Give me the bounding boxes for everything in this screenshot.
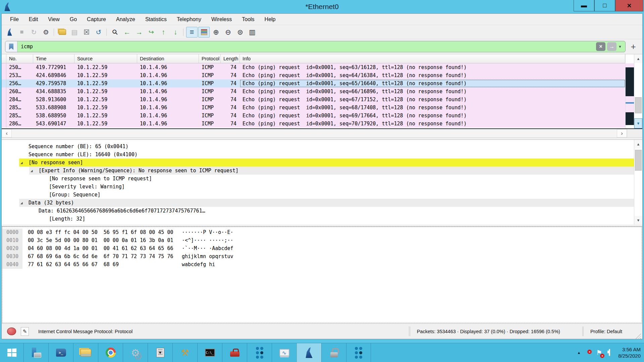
packet-row[interactable]: 260… 434.688835 10.1.22.59 10.1.4.96 ICM… [2, 87, 625, 96]
action-center-flag-icon[interactable]: ⚑ × [596, 349, 602, 357]
zoom-reset-icon[interactable]: ⊜ [234, 27, 246, 38]
hex-ascii[interactable]: wabcdefg hi [182, 261, 215, 269]
admin-tools-icon[interactable]: ⚒ [172, 343, 197, 362]
reload-file-icon[interactable]: ↺ [93, 27, 104, 38]
detail-tree-line[interactable]: ◢ Sequence number (BE): 65 (0x0041) [19, 142, 634, 150]
taskbar-clock[interactable]: 3:56 AM 8/25/2020 [618, 346, 641, 359]
hex-ascii[interactable]: ghijklmn opqrstuv [182, 253, 233, 261]
packet-row[interactable]: 256… 429.759578 10.1.22.59 10.1.4.96 ICM… [2, 79, 625, 87]
packet-list-minimap[interactable] [625, 54, 634, 128]
app-grid-icon[interactable] [247, 343, 272, 362]
detail-tree-line[interactable]: ◢ Data (32 bytes) [19, 199, 634, 207]
hex-bytes[interactable]: 77 61 62 63 64 65 66 67 68 69 [22, 261, 182, 269]
scroll-thumb[interactable] [635, 150, 642, 171]
filter-dropdown-icon[interactable]: ▼ [618, 45, 622, 49]
hex-bytes[interactable]: 04 60 08 00 4d 1a 00 01 00 41 61 62 63 6… [22, 245, 182, 253]
scroll-down-icon[interactable]: ▼ [634, 216, 642, 225]
menu-telephony[interactable]: Telephony [172, 15, 206, 24]
scroll-up-icon[interactable]: ▲ [634, 54, 642, 63]
zoom-in-icon[interactable]: ⊕ [210, 27, 222, 38]
packet-list-vertical-scrollbar[interactable]: ▲ ▼ [634, 54, 642, 128]
command-prompt-icon[interactable]: C:\_ [197, 343, 222, 362]
find-packet-icon[interactable]: ⚲ [107, 24, 123, 40]
go-last-packet-icon[interactable]: ↓ [170, 27, 181, 38]
col-protocol[interactable]: Protocol [199, 54, 221, 63]
winscp-icon[interactable] [321, 343, 346, 362]
tray-expand-icon[interactable]: ▲ [577, 351, 581, 355]
open-file-icon[interactable] [57, 27, 68, 38]
col-length[interactable]: Length [221, 54, 240, 63]
settings-gears-icon[interactable]: ⚙ [123, 343, 148, 362]
hex-bytes[interactable]: 00 3c 5e 5d 00 00 80 01 00 00 0a 01 16 3… [22, 237, 182, 245]
menu-help[interactable]: Help [260, 15, 281, 24]
menu-file[interactable]: File [5, 15, 24, 24]
menu-analyze[interactable]: Analyze [111, 15, 140, 24]
expand-icon[interactable]: ◢ [19, 201, 29, 205]
go-forward-icon[interactable]: → [133, 27, 145, 38]
go-back-icon[interactable]: ← [121, 27, 133, 38]
detail-tree-line[interactable]: ◢ [No response seen to ICMP request] [40, 175, 634, 183]
app-grid-icon-2[interactable] [346, 343, 371, 362]
start-capture-icon[interactable] [4, 27, 15, 38]
capture-options-icon[interactable]: ⚙ [40, 27, 52, 38]
detail-tree-line[interactable]: ◢ Sequence number (LE): 16640 (0x4100) [19, 150, 634, 159]
display-filter-input[interactable]: icmp × → ▼ [5, 41, 626, 52]
packet-list-horizontal-scrollbar[interactable]: ‹ › [2, 129, 642, 138]
hex-bytes[interactable]: 67 68 69 6a 6b 6c 6d 6e 6f 70 71 72 73 7… [22, 253, 182, 261]
menu-wireless[interactable]: Wireless [206, 15, 237, 24]
performance-monitor-icon[interactable]: ∿ [272, 343, 297, 362]
scroll-thumb[interactable] [635, 97, 642, 113]
scroll-up-icon[interactable]: ▲ [634, 140, 642, 148]
menu-view[interactable]: View [43, 15, 64, 24]
hex-ascii[interactable]: ·<^]···· ·····;·· [182, 237, 233, 245]
capture-comment-icon[interactable]: ✎ [21, 327, 29, 336]
close-file-icon[interactable]: ☒ [81, 27, 92, 38]
detail-tree-line[interactable]: ◢ [Group: Sequence] [40, 191, 634, 199]
scroll-left-icon[interactable]: ‹ [2, 129, 12, 137]
hex-dump-pane[interactable]: 0000 00 08 e3 ff fc 04 00 50 56 95 f1 6f… [2, 226, 642, 323]
col-destination[interactable]: Destination [137, 54, 199, 63]
network-icon[interactable] [609, 350, 610, 356]
resize-grip[interactable] [636, 334, 641, 339]
status-profile[interactable]: Profile: Default [586, 329, 636, 334]
expert-info-icon[interactable] [7, 327, 16, 335]
save-file-icon[interactable]: ▤ [69, 27, 80, 38]
detail-tree-line[interactable]: ◢ [Severity level: Warning] [40, 183, 634, 191]
packet-row[interactable]: 253… 424.689846 10.1.22.59 10.1.4.96 ICM… [2, 71, 625, 79]
stop-capture-icon[interactable]: ■ [16, 27, 28, 38]
filter-value[interactable]: icmp [17, 44, 596, 50]
goto-packet-icon[interactable]: ↪ [146, 27, 157, 38]
filter-add-button[interactable]: + [628, 42, 639, 52]
menu-capture[interactable]: Capture [82, 15, 111, 24]
col-no[interactable]: No. [6, 54, 33, 63]
detail-vertical-scrollbar[interactable]: ▲ ▼ [634, 140, 642, 225]
detail-tree-line[interactable]: ◢ Data: 6162636465666768696a6b6c6d6e6f70… [29, 207, 634, 215]
menu-edit[interactable]: Edit [24, 15, 43, 24]
zoom-out-icon[interactable]: ⊖ [222, 27, 234, 38]
hex-ascii[interactable]: ·`··M··· ·Aabcdef [182, 245, 233, 253]
installer-icon[interactable]: ▼ [148, 343, 172, 362]
detail-tree-line[interactable]: ◢ [No response seen] [19, 159, 634, 167]
filter-bookmark-button[interactable] [5, 41, 17, 52]
packet-row[interactable]: 250… 419.772991 10.1.22.59 10.1.4.96 ICM… [2, 63, 625, 71]
resize-columns-icon[interactable]: ▥ [247, 27, 258, 38]
wireshark-icon[interactable] [297, 343, 321, 362]
hex-bytes[interactable]: 00 08 e3 ff fc 04 00 50 56 95 f1 6f 08 0… [22, 229, 182, 237]
col-gutter[interactable] [2, 54, 6, 63]
start-button[interactable] [0, 343, 23, 362]
packet-row[interactable]: 286… 543.690147 10.1.22.59 10.1.4.96 ICM… [2, 120, 625, 128]
filter-apply-button[interactable]: → [607, 42, 616, 51]
powershell-icon[interactable]: >_ [48, 343, 73, 362]
col-info[interactable]: Info [240, 54, 625, 63]
detail-tree-line[interactable]: ◢ [Length: 32] [40, 215, 634, 223]
packet-row[interactable]: 285… 533.688908 10.1.22.59 10.1.4.96 ICM… [2, 104, 625, 112]
go-first-packet-icon[interactable]: ↑ [158, 27, 169, 38]
menu-go[interactable]: Go [65, 15, 82, 24]
scroll-right-icon[interactable]: › [617, 129, 627, 137]
scroll-down-icon[interactable]: ▼ [634, 118, 642, 128]
col-source[interactable]: Source [74, 54, 137, 63]
colorize-icon[interactable] [198, 27, 210, 38]
filter-clear-button[interactable]: × [596, 42, 605, 51]
server-manager-icon[interactable] [23, 343, 48, 362]
file-explorer-icon[interactable] [73, 343, 98, 362]
